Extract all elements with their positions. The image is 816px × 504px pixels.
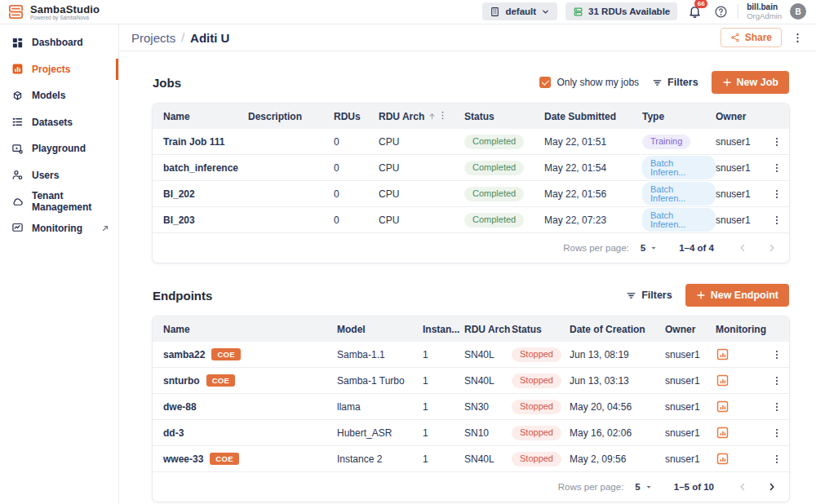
monitoring-link-button[interactable]	[716, 400, 765, 413]
column-header-status[interactable]: Status	[512, 324, 570, 335]
endpoints-table: Name Model Instan... RDU Arch Status Dat…	[153, 316, 789, 502]
sidebar-item-label: Playground	[32, 143, 86, 154]
monitoring-link-button[interactable]	[716, 452, 765, 466]
sidebar-item-users[interactable]: Users	[0, 162, 118, 189]
job-name: BI_203	[163, 214, 195, 226]
pagination-range: 1–4 of 4	[679, 243, 714, 253]
row-menu-button[interactable]	[765, 401, 789, 413]
row-menu-button[interactable]	[765, 136, 789, 148]
next-page-button[interactable]	[766, 481, 778, 493]
jobs-pagination: Rows per page: 5 1–4 of 4	[153, 233, 789, 263]
help-icon	[714, 5, 728, 19]
rdus-available-chip[interactable]: 31 RDUs Available	[565, 2, 677, 20]
sidebar-item-label: Dashboard	[32, 37, 83, 48]
column-header-description[interactable]: Description	[248, 111, 334, 122]
row-menu-button[interactable]	[765, 375, 789, 387]
column-header-rdu-arch[interactable]: RDU Arch	[464, 324, 512, 335]
new-job-button[interactable]: New Job	[712, 71, 789, 94]
brand-tagline: Powered by SambaNova	[30, 15, 100, 20]
new-endpoint-button[interactable]: New Endpoint	[685, 284, 789, 307]
table-row[interactable]: BI_202 0 CPU Completed May 22, 01:56 Bat…	[153, 181, 789, 207]
column-header-name[interactable]: Name	[153, 324, 337, 335]
jobs-filters-button[interactable]: Filters	[652, 77, 698, 88]
column-header-model[interactable]: Model	[337, 324, 423, 335]
sidebar-item-dashboard[interactable]: Dashboard	[0, 29, 118, 56]
table-row[interactable]: dd-3 Hubert_ASR 1 SN10 Stopped May 16, 0…	[153, 420, 789, 446]
previous-page-button[interactable]	[737, 242, 748, 254]
rows-per-page-select[interactable]: 5	[641, 243, 658, 253]
type-badge: Batch Inferen...	[642, 156, 716, 179]
status-badge: Stopped	[512, 426, 561, 440]
sidebar-item-playground[interactable]: Playground	[0, 135, 118, 162]
endpoint-model: llama	[337, 401, 423, 413]
new-job-button-label: New Job	[737, 77, 778, 88]
kebab-icon	[771, 453, 783, 465]
table-row[interactable]: wwee-33 COE Instance 2 1 SN40L Stopped M…	[153, 446, 789, 472]
column-header-rdus[interactable]: RDUs	[334, 111, 379, 122]
column-header-owner[interactable]: Owner	[665, 324, 716, 335]
tenant-selector[interactable]: default	[482, 2, 557, 20]
endpoints-table-header: Name Model Instan... RDU Arch Status Dat…	[153, 316, 789, 342]
notifications-button[interactable]: 66	[685, 2, 703, 20]
table-row[interactable]: snturbo COE Samba-1 Turbo 1 SN40L Stoppe…	[153, 368, 789, 394]
row-menu-button[interactable]	[765, 214, 789, 226]
next-page-button[interactable]	[766, 242, 778, 254]
sidebar-item-tenant-management[interactable]: Tenant Management	[0, 188, 118, 215]
sidebar-item-models[interactable]: Models	[0, 82, 118, 109]
row-menu-button[interactable]	[765, 188, 789, 200]
table-row[interactable]: samba22 COE Samba-1.1 1 SN40L Stopped Ju…	[153, 342, 789, 368]
column-header-status[interactable]: Status	[464, 111, 544, 122]
only-show-my-jobs-checkbox[interactable]: Only show my jobs	[539, 77, 639, 88]
monitoring-link-button[interactable]	[716, 374, 765, 387]
column-header-owner[interactable]: Owner	[716, 111, 765, 122]
chevron-down-icon	[650, 244, 658, 252]
rows-per-page-select[interactable]: 5	[635, 482, 652, 492]
column-header-instances[interactable]: Instan...	[423, 324, 464, 335]
job-owner: snuser1	[716, 214, 765, 226]
filter-icon	[626, 290, 636, 301]
column-options-button[interactable]	[437, 110, 464, 123]
avatar[interactable]: B	[790, 3, 806, 20]
sidebar-item-label: Projects	[32, 64, 70, 75]
row-menu-button[interactable]	[765, 162, 789, 174]
chevron-left-icon	[737, 242, 748, 254]
column-header-date-of-creation[interactable]: Date of Creation	[570, 324, 665, 335]
column-header-name[interactable]: Name	[153, 111, 248, 122]
checkbox-checked-icon	[539, 77, 551, 88]
previous-page-button[interactable]	[737, 481, 748, 493]
page-menu-button[interactable]	[790, 30, 805, 45]
monitoring-chart-icon	[716, 347, 730, 361]
main-content: Projects / Aditi U Share	[119, 24, 816, 504]
sidebar-item-datasets[interactable]: Datasets	[0, 109, 118, 136]
help-button[interactable]	[712, 2, 730, 20]
table-row[interactable]: batch_inference 0 CPU Completed May 22, …	[153, 155, 789, 181]
endpoint-rdu-arch: SN10	[464, 427, 512, 439]
endpoints-filters-button[interactable]: Filters	[626, 290, 672, 301]
sidebar-item-monitoring[interactable]: Monitoring	[0, 215, 118, 242]
plus-icon	[696, 290, 706, 300]
monitoring-link-button[interactable]	[716, 426, 765, 440]
table-row[interactable]: Train Job 111 0 CPU Completed May 22, 01…	[153, 129, 789, 155]
table-row[interactable]: dwe-88 llama 1 SN30 Stopped May 20, 04:5…	[153, 394, 789, 420]
job-name: batch_inference	[163, 162, 238, 174]
column-header-date-submitted[interactable]: Date Submitted	[544, 111, 642, 122]
monitoring-link-button[interactable]	[716, 347, 765, 361]
row-menu-button[interactable]	[765, 453, 789, 465]
dashboard-icon	[11, 37, 24, 49]
row-menu-button[interactable]	[765, 427, 789, 439]
jobs-table-body: Train Job 111 0 CPU Completed May 22, 01…	[153, 129, 789, 233]
breadcrumb-parent-link[interactable]: Projects	[131, 31, 175, 45]
share-button[interactable]: Share	[721, 28, 782, 47]
column-header-rdu-arch[interactable]: RDU Arch	[379, 111, 437, 122]
sidebar-item-projects[interactable]: Projects	[0, 56, 118, 83]
table-row[interactable]: BI_203 0 CPU Completed May 22, 07:23 Bat…	[153, 207, 789, 233]
endpoint-date-of-creation: May 2, 09:56	[570, 453, 665, 465]
column-header-monitoring[interactable]: Monitoring	[716, 324, 765, 335]
endpoint-rdu-arch: SN40L	[464, 375, 512, 387]
column-header-type[interactable]: Type	[642, 111, 716, 122]
status-badge: Stopped	[512, 347, 561, 362]
row-menu-button[interactable]	[765, 349, 789, 360]
sidebar-item-label: Models	[32, 90, 65, 101]
sort-asc-icon	[428, 112, 437, 121]
rows-per-page-value: 5	[641, 243, 645, 253]
